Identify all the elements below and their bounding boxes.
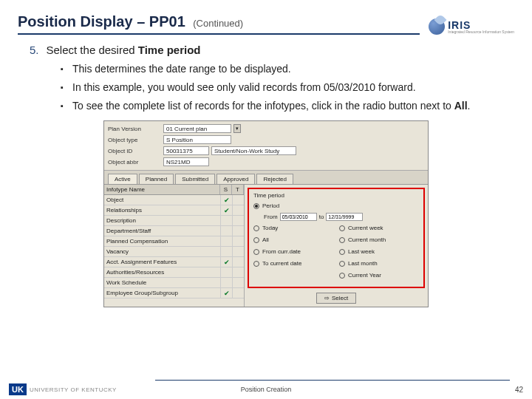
table-row[interactable]: Relationships✔ [104, 205, 244, 216]
tab-planned[interactable]: Planned [139, 174, 174, 184]
page-number: 42 [515, 386, 523, 394]
tab-active[interactable]: Active [108, 174, 137, 184]
step-text: Select the desired Time period [47, 44, 201, 56]
fld-object-id[interactable]: 50031375 [163, 146, 209, 155]
footer-divider [155, 380, 510, 381]
bullet-3: To see the complete list of records for … [61, 99, 502, 113]
radio-last-month[interactable] [339, 261, 345, 267]
select-button[interactable]: ⇨ Select [316, 293, 356, 304]
tab-approved[interactable]: Approved [216, 174, 255, 184]
radio-all[interactable] [253, 237, 259, 243]
step-number: 5. [30, 44, 39, 56]
select-icon: ⇨ [324, 295, 330, 301]
fld-object-abbr[interactable]: NS21MD [163, 157, 209, 166]
page-title: Position Display – PP01 [18, 13, 185, 30]
footer-title: Position Creation [241, 386, 292, 393]
fld-plan-version[interactable]: 01 Current plan [163, 124, 231, 133]
time-period-box: Time period Period From to Today Current… [248, 188, 425, 288]
uk-badge: UK [9, 383, 27, 395]
table-row[interactable]: Object✔ [104, 195, 244, 205]
col-t: T [232, 185, 244, 194]
fld-object-desc: Student/Non-Work Study [211, 146, 296, 155]
lbl-plan-version: Plan Version [108, 126, 161, 132]
from-date[interactable] [280, 213, 317, 221]
iris-icon [429, 18, 445, 35]
table-row[interactable]: Vacancy [104, 247, 244, 257]
radio-last-week[interactable] [339, 249, 345, 255]
page-subtitle: (Continued) [193, 18, 243, 29]
bullet-1: This determines the date range to be dis… [61, 62, 502, 76]
step-5: 5. Select the desired Time period [30, 44, 502, 56]
dropdown-icon[interactable]: ▾ [233, 124, 241, 133]
time-period-title: Time period [253, 192, 419, 199]
fld-object-type[interactable]: S Position [163, 135, 231, 144]
sap-screenshot: Plan Version 01 Current plan ▾ Object ty… [103, 120, 429, 307]
table-row[interactable]: Acct. Assignment Features✔ [104, 257, 244, 267]
check-icon: ✔ [224, 259, 230, 266]
table-row[interactable]: Employee Group/Subgroup✔ [104, 288, 244, 299]
radio-curr-month[interactable] [339, 237, 345, 243]
table-row[interactable]: Description [104, 216, 244, 226]
radio-today[interactable] [253, 225, 259, 231]
uk-org: UNIVERSITY OF KENTUCKY [30, 386, 117, 393]
tab-submitted[interactable]: Submitted [175, 174, 215, 184]
col-s: S [220, 185, 232, 194]
table-row[interactable]: Planned Compensation [104, 236, 244, 247]
radio-curr-week[interactable] [339, 225, 345, 231]
col-infotype: Infotype Name [104, 185, 220, 194]
to-date[interactable] [326, 213, 363, 221]
check-icon: ✔ [224, 207, 230, 214]
footer-left: UK UNIVERSITY OF KENTUCKY [9, 383, 117, 395]
radio-to-curr[interactable] [253, 261, 259, 267]
bullet-2: In this example, you would see only vali… [61, 81, 502, 95]
logo-main: IRIS [448, 20, 514, 30]
lbl-object-abbr: Object abbr [108, 159, 161, 166]
lbl-object-id: Object ID [108, 148, 161, 154]
radio-period[interactable] [253, 203, 259, 209]
check-icon: ✔ [224, 290, 230, 297]
lbl-object-type: Object type [108, 137, 161, 143]
radio-curr-year[interactable] [339, 273, 345, 279]
logo-sub: Integrated Resource Information System [448, 30, 514, 34]
table-row[interactable]: Department/Staff [104, 226, 244, 236]
check-icon: ✔ [224, 197, 230, 204]
tab-rejected[interactable]: Rejected [256, 174, 293, 184]
table-row[interactable]: Authorities/Resources [104, 267, 244, 278]
radio-from-curr[interactable] [253, 249, 259, 255]
logo: IRIS Integrated Resource Information Sys… [429, 18, 514, 35]
title-area: Position Display – PP01 (Continued) [18, 13, 420, 35]
table-row[interactable]: Work Schedule [104, 278, 244, 288]
